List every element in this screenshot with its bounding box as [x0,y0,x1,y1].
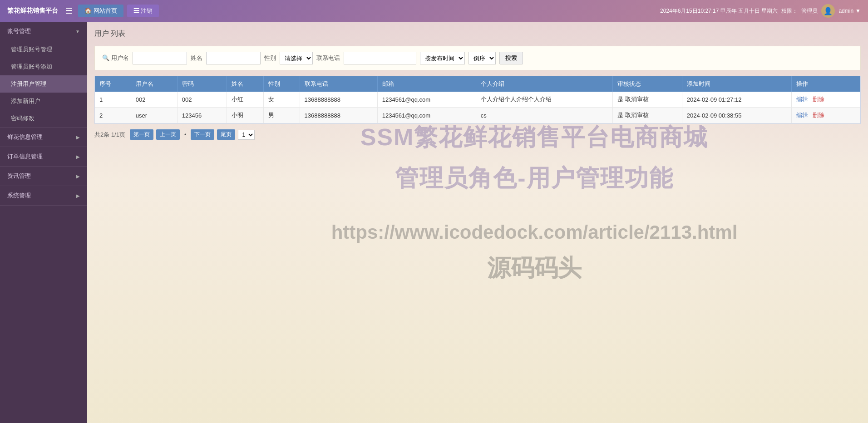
cell-addtime: 2024-02-09 00:38:55 [682,108,791,123]
pagination-info: 共2条 1/1页 [94,131,125,139]
user-table-wrapper: 序号 用户名 密码 姓名 性别 联系电话 邮箱 个人介绍 审核状态 添加时间 操… [94,76,861,124]
watermark-line2: 管理员角色-用户管理功能 [395,162,673,194]
sidebar-section-system: 系统管理 ▶ [0,186,87,206]
cell-password: 002 [177,92,227,108]
sidebar-section-flower-info: 鲜花信息管理 ▶ [0,128,87,147]
logo: 繁花鲜花销售平台 [7,7,58,15]
user-dropdown[interactable]: admin ▼ [838,8,861,14]
sidebar-item-change-password[interactable]: 密码修改 [0,110,87,127]
table-header-row: 序号 用户名 密码 姓名 性别 联系电话 邮箱 个人介绍 审核状态 添加时间 操… [95,76,860,92]
dropdown-icon: ▼ [855,8,861,14]
username-display: admin [838,8,853,14]
delete-link-1[interactable]: 删除 [813,96,824,103]
chevron-right-icon-2: ▶ [76,154,80,159]
permission-label: 权限： [781,7,798,15]
sidebar-section-account: 账号管理 ▼ 管理员账号管理 管理员账号添加 注册用户管理 添加新用户 密码修改 [0,22,87,128]
col-phone: 联系电话 [300,76,377,92]
sidebar-section-account-title[interactable]: 账号管理 ▼ [0,22,87,41]
name-search-label: 姓名 [191,54,202,62]
col-addtime: 添加时间 [682,76,791,92]
phone-search-input[interactable] [344,52,416,64]
prev-page-button[interactable]: 上一页 [156,129,180,140]
username-search-label: 🔍 用户名 [102,54,129,62]
cell-gender: 男 [263,108,300,123]
gender-search-label: 性别 [264,54,276,62]
menu-toggle-button[interactable]: ☰ [65,6,73,16]
cell-intro: cs [476,108,612,123]
col-seq: 序号 [95,76,131,92]
cell-name: 小明 [227,108,263,123]
cell-username: user [131,108,177,123]
cell-actions: 编辑 删除 [792,92,860,108]
logout-button[interactable]: ☰ 注销 [127,5,159,17]
header-nav: 🏠 网站首页 ☰ 注销 [78,5,660,17]
sidebar-item-user-management[interactable]: 注册用户管理 [0,75,87,93]
sidebar-section-order-info-title[interactable]: 订单信息管理 ▶ [0,147,87,166]
sidebar-item-admin-add[interactable]: 管理员账号添加 [0,58,87,75]
home-button[interactable]: 🏠 网站首页 [78,5,123,17]
gender-select[interactable]: 请选择 男 女 [280,52,313,64]
sidebar: 账号管理 ▼ 管理员账号管理 管理员账号添加 注册用户管理 添加新用户 密码修改… [0,22,87,423]
content-area: SSM繁花鲜花销售平台电商商城 管理员角色-用户管理功能 https://www… [87,22,868,423]
cell-actions: 编辑 删除 [792,108,860,123]
search-bar: 🔍 用户名 姓名 性别 请选择 男 女 联系电话 按发布时间 倒序 正序 搜索 [94,46,861,70]
header: 繁花鲜花销售平台 ☰ 🏠 网站首页 ☰ 注销 2024年6月15日10:27:1… [0,0,868,22]
sidebar-section-order-info: 订单信息管理 ▶ [0,147,87,167]
phone-search-label: 联系电话 [316,54,340,62]
cell-status: 是 取消审核 [613,92,682,108]
cell-email: 1234561@qq.com [377,92,476,108]
col-actions: 操作 [792,76,860,92]
col-gender: 性别 [263,76,300,92]
col-status: 审核状态 [613,76,682,92]
cell-password: 123456 [177,108,227,123]
col-email: 邮箱 [377,76,476,92]
sidebar-section-system-title[interactable]: 系统管理 ▶ [0,186,87,205]
sidebar-section-flower-info-title[interactable]: 鲜花信息管理 ▶ [0,128,87,147]
cell-seq: 2 [95,108,131,123]
sidebar-item-add-user[interactable]: 添加新用户 [0,93,87,110]
table-row: 2 user 123456 小明 男 13688888888 1234561@q… [95,108,860,123]
first-page-button[interactable]: 第一页 [130,129,153,140]
header-right: 2024年6月15日10:27:17 甲辰年 五月十日 星期六 权限： 管理员 … [660,4,861,18]
watermark: SSM繁花鲜花销售平台电商商城 管理员角色-用户管理功能 https://www… [201,103,868,423]
cell-gender: 女 [263,92,300,108]
next-page-button[interactable]: 下一页 [191,129,214,140]
sidebar-section-news-title[interactable]: 资讯管理 ▶ [0,167,87,186]
cell-phone: 13688888888 [300,92,377,108]
col-password: 密码 [177,76,227,92]
watermark-source: 源码码头 [487,252,582,284]
chevron-right-icon-4: ▶ [76,193,80,198]
name-search-input[interactable] [206,52,261,64]
last-page-button[interactable]: 尾页 [217,129,235,140]
cell-status: 是 取消审核 [613,108,682,123]
user-table: 序号 用户名 密码 姓名 性别 联系电话 邮箱 个人介绍 审核状态 添加时间 操… [95,76,860,123]
chevron-right-icon-3: ▶ [76,174,80,179]
col-name: 姓名 [227,76,263,92]
cell-email: 1234561@qq.com [377,108,476,123]
sidebar-item-admin-account[interactable]: 管理员账号管理 [0,41,87,58]
pagination: 共2条 1/1页 第一页 上一页 • 下一页 尾页 1 [94,129,861,140]
sort-select[interactable]: 按发布时间 [420,52,465,64]
cell-seq: 1 [95,92,131,108]
col-username: 用户名 [131,76,177,92]
cell-phone: 13688888888 [300,108,377,123]
username-search-input[interactable] [133,52,187,64]
search-button[interactable]: 搜索 [499,52,523,64]
order-select[interactable]: 倒序 正序 [469,52,496,64]
page-title: 用户 列表 [94,29,861,39]
cell-addtime: 2024-02-09 01:27:12 [682,92,791,108]
current-page-display: • [184,131,187,138]
datetime-display: 2024年6月15日10:27:17 甲辰年 五月十日 星期六 [660,7,778,15]
delete-link-2[interactable]: 删除 [813,112,824,118]
chevron-down-icon: ▼ [75,29,80,34]
page-size-select[interactable]: 1 [238,130,255,140]
edit-link-1[interactable]: 编辑 [796,96,808,103]
table-row: 1 002 002 小红 女 13688888888 1234561@qq.co… [95,92,860,108]
edit-link-2[interactable]: 编辑 [796,112,808,118]
watermark-url: https://www.icodedock.com/article/2113.h… [331,221,738,243]
cell-intro: 个人介绍个人介绍个人介绍 [476,92,612,108]
avatar: 👤 [821,4,835,18]
cell-username: 002 [131,92,177,108]
cell-name: 小红 [227,92,263,108]
chevron-right-icon: ▶ [76,135,80,140]
